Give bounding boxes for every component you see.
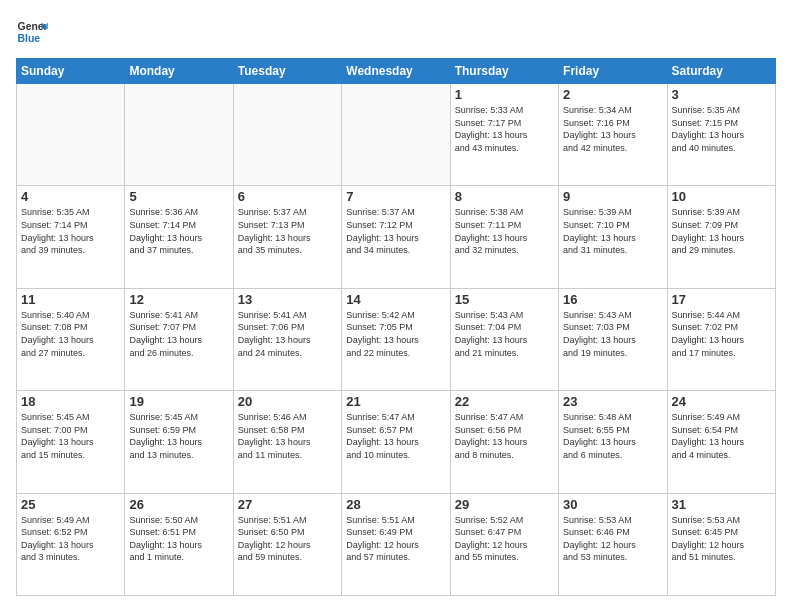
- day-info: Sunrise: 5:39 AM Sunset: 7:10 PM Dayligh…: [563, 206, 662, 256]
- day-info: Sunrise: 5:41 AM Sunset: 7:06 PM Dayligh…: [238, 309, 337, 359]
- week-row-3: 18Sunrise: 5:45 AM Sunset: 7:00 PM Dayli…: [17, 391, 776, 493]
- day-info: Sunrise: 5:51 AM Sunset: 6:50 PM Dayligh…: [238, 514, 337, 564]
- day-number: 27: [238, 497, 337, 512]
- weekday-header-monday: Monday: [125, 59, 233, 84]
- weekday-header-thursday: Thursday: [450, 59, 558, 84]
- day-number: 13: [238, 292, 337, 307]
- day-info: Sunrise: 5:34 AM Sunset: 7:16 PM Dayligh…: [563, 104, 662, 154]
- day-info: Sunrise: 5:52 AM Sunset: 6:47 PM Dayligh…: [455, 514, 554, 564]
- day-number: 16: [563, 292, 662, 307]
- day-info: Sunrise: 5:46 AM Sunset: 6:58 PM Dayligh…: [238, 411, 337, 461]
- day-info: Sunrise: 5:44 AM Sunset: 7:02 PM Dayligh…: [672, 309, 771, 359]
- day-number: 1: [455, 87, 554, 102]
- calendar-cell: 6Sunrise: 5:37 AM Sunset: 7:13 PM Daylig…: [233, 186, 341, 288]
- day-number: 6: [238, 189, 337, 204]
- day-info: Sunrise: 5:53 AM Sunset: 6:46 PM Dayligh…: [563, 514, 662, 564]
- calendar-cell: 1Sunrise: 5:33 AM Sunset: 7:17 PM Daylig…: [450, 84, 558, 186]
- calendar-cell: 19Sunrise: 5:45 AM Sunset: 6:59 PM Dayli…: [125, 391, 233, 493]
- day-number: 9: [563, 189, 662, 204]
- calendar-cell: 13Sunrise: 5:41 AM Sunset: 7:06 PM Dayli…: [233, 288, 341, 390]
- week-row-2: 11Sunrise: 5:40 AM Sunset: 7:08 PM Dayli…: [17, 288, 776, 390]
- day-number: 18: [21, 394, 120, 409]
- calendar-cell: [342, 84, 450, 186]
- header: General Blue: [16, 16, 776, 48]
- day-info: Sunrise: 5:42 AM Sunset: 7:05 PM Dayligh…: [346, 309, 445, 359]
- weekday-header-friday: Friday: [559, 59, 667, 84]
- calendar-cell: 20Sunrise: 5:46 AM Sunset: 6:58 PM Dayli…: [233, 391, 341, 493]
- weekday-header-sunday: Sunday: [17, 59, 125, 84]
- day-number: 11: [21, 292, 120, 307]
- day-number: 15: [455, 292, 554, 307]
- day-info: Sunrise: 5:49 AM Sunset: 6:52 PM Dayligh…: [21, 514, 120, 564]
- day-info: Sunrise: 5:53 AM Sunset: 6:45 PM Dayligh…: [672, 514, 771, 564]
- day-number: 12: [129, 292, 228, 307]
- calendar-cell: 5Sunrise: 5:36 AM Sunset: 7:14 PM Daylig…: [125, 186, 233, 288]
- day-number: 28: [346, 497, 445, 512]
- day-info: Sunrise: 5:38 AM Sunset: 7:11 PM Dayligh…: [455, 206, 554, 256]
- day-number: 19: [129, 394, 228, 409]
- calendar-cell: 12Sunrise: 5:41 AM Sunset: 7:07 PM Dayli…: [125, 288, 233, 390]
- day-number: 14: [346, 292, 445, 307]
- calendar-cell: 26Sunrise: 5:50 AM Sunset: 6:51 PM Dayli…: [125, 493, 233, 595]
- calendar-cell: 17Sunrise: 5:44 AM Sunset: 7:02 PM Dayli…: [667, 288, 775, 390]
- day-number: 7: [346, 189, 445, 204]
- calendar-cell: 28Sunrise: 5:51 AM Sunset: 6:49 PM Dayli…: [342, 493, 450, 595]
- calendar-cell: 21Sunrise: 5:47 AM Sunset: 6:57 PM Dayli…: [342, 391, 450, 493]
- calendar-cell: 10Sunrise: 5:39 AM Sunset: 7:09 PM Dayli…: [667, 186, 775, 288]
- calendar-cell: 2Sunrise: 5:34 AM Sunset: 7:16 PM Daylig…: [559, 84, 667, 186]
- logo: General Blue: [16, 16, 48, 48]
- day-number: 30: [563, 497, 662, 512]
- day-number: 25: [21, 497, 120, 512]
- day-info: Sunrise: 5:47 AM Sunset: 6:56 PM Dayligh…: [455, 411, 554, 461]
- calendar-cell: [125, 84, 233, 186]
- calendar-cell: 9Sunrise: 5:39 AM Sunset: 7:10 PM Daylig…: [559, 186, 667, 288]
- day-info: Sunrise: 5:37 AM Sunset: 7:13 PM Dayligh…: [238, 206, 337, 256]
- calendar-cell: 27Sunrise: 5:51 AM Sunset: 6:50 PM Dayli…: [233, 493, 341, 595]
- week-row-1: 4Sunrise: 5:35 AM Sunset: 7:14 PM Daylig…: [17, 186, 776, 288]
- day-number: 23: [563, 394, 662, 409]
- weekday-header-saturday: Saturday: [667, 59, 775, 84]
- day-number: 29: [455, 497, 554, 512]
- day-info: Sunrise: 5:48 AM Sunset: 6:55 PM Dayligh…: [563, 411, 662, 461]
- calendar-cell: 16Sunrise: 5:43 AM Sunset: 7:03 PM Dayli…: [559, 288, 667, 390]
- day-info: Sunrise: 5:35 AM Sunset: 7:14 PM Dayligh…: [21, 206, 120, 256]
- week-row-4: 25Sunrise: 5:49 AM Sunset: 6:52 PM Dayli…: [17, 493, 776, 595]
- page: General Blue SundayMondayTuesdayWednesda…: [0, 0, 792, 612]
- day-number: 26: [129, 497, 228, 512]
- day-info: Sunrise: 5:50 AM Sunset: 6:51 PM Dayligh…: [129, 514, 228, 564]
- day-number: 17: [672, 292, 771, 307]
- day-info: Sunrise: 5:37 AM Sunset: 7:12 PM Dayligh…: [346, 206, 445, 256]
- day-number: 3: [672, 87, 771, 102]
- day-number: 5: [129, 189, 228, 204]
- week-row-0: 1Sunrise: 5:33 AM Sunset: 7:17 PM Daylig…: [17, 84, 776, 186]
- day-number: 24: [672, 394, 771, 409]
- calendar-cell: 31Sunrise: 5:53 AM Sunset: 6:45 PM Dayli…: [667, 493, 775, 595]
- calendar-cell: 4Sunrise: 5:35 AM Sunset: 7:14 PM Daylig…: [17, 186, 125, 288]
- day-info: Sunrise: 5:45 AM Sunset: 7:00 PM Dayligh…: [21, 411, 120, 461]
- calendar-cell: 30Sunrise: 5:53 AM Sunset: 6:46 PM Dayli…: [559, 493, 667, 595]
- calendar-cell: 18Sunrise: 5:45 AM Sunset: 7:00 PM Dayli…: [17, 391, 125, 493]
- calendar-cell: [17, 84, 125, 186]
- calendar-cell: [233, 84, 341, 186]
- day-info: Sunrise: 5:39 AM Sunset: 7:09 PM Dayligh…: [672, 206, 771, 256]
- day-info: Sunrise: 5:40 AM Sunset: 7:08 PM Dayligh…: [21, 309, 120, 359]
- day-info: Sunrise: 5:45 AM Sunset: 6:59 PM Dayligh…: [129, 411, 228, 461]
- weekday-header-tuesday: Tuesday: [233, 59, 341, 84]
- day-info: Sunrise: 5:49 AM Sunset: 6:54 PM Dayligh…: [672, 411, 771, 461]
- day-number: 8: [455, 189, 554, 204]
- calendar-cell: 29Sunrise: 5:52 AM Sunset: 6:47 PM Dayli…: [450, 493, 558, 595]
- day-number: 22: [455, 394, 554, 409]
- day-number: 10: [672, 189, 771, 204]
- weekday-header-wednesday: Wednesday: [342, 59, 450, 84]
- day-info: Sunrise: 5:43 AM Sunset: 7:03 PM Dayligh…: [563, 309, 662, 359]
- svg-text:Blue: Blue: [18, 33, 41, 44]
- calendar-cell: 23Sunrise: 5:48 AM Sunset: 6:55 PM Dayli…: [559, 391, 667, 493]
- calendar-cell: 24Sunrise: 5:49 AM Sunset: 6:54 PM Dayli…: [667, 391, 775, 493]
- calendar-cell: 3Sunrise: 5:35 AM Sunset: 7:15 PM Daylig…: [667, 84, 775, 186]
- calendar-cell: 22Sunrise: 5:47 AM Sunset: 6:56 PM Dayli…: [450, 391, 558, 493]
- calendar-cell: 25Sunrise: 5:49 AM Sunset: 6:52 PM Dayli…: [17, 493, 125, 595]
- day-info: Sunrise: 5:41 AM Sunset: 7:07 PM Dayligh…: [129, 309, 228, 359]
- calendar-table: SundayMondayTuesdayWednesdayThursdayFrid…: [16, 58, 776, 596]
- day-number: 2: [563, 87, 662, 102]
- day-number: 4: [21, 189, 120, 204]
